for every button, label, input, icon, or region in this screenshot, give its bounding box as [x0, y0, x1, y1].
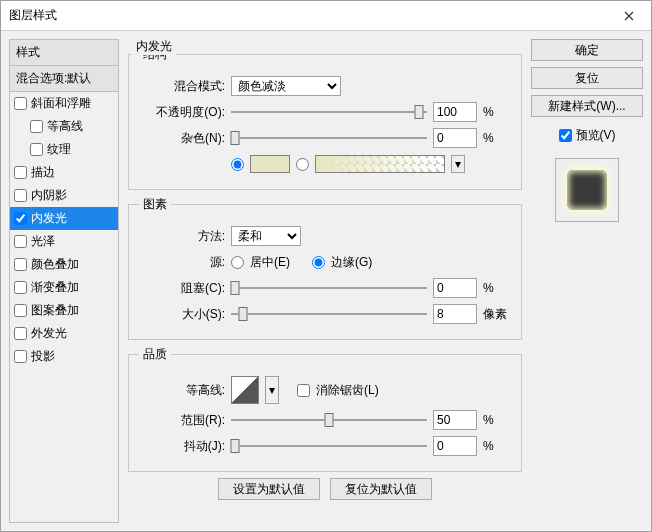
- antialias-label: 消除锯齿(L): [316, 382, 379, 399]
- sidebar-checkbox-2[interactable]: [30, 143, 43, 156]
- sidebar-item-1[interactable]: 等高线: [10, 115, 118, 138]
- contour-dropdown-icon[interactable]: ▾: [265, 376, 279, 404]
- source-label: 源:: [139, 254, 225, 271]
- choke-slider[interactable]: [231, 279, 427, 297]
- sidebar-item-5[interactable]: 内发光: [10, 207, 118, 230]
- sidebar-checkbox-9[interactable]: [14, 304, 27, 317]
- opacity-unit: %: [483, 105, 511, 119]
- solid-color-radio[interactable]: [231, 158, 244, 171]
- sidebar-item-7[interactable]: 颜色叠加: [10, 253, 118, 276]
- sidebar-item-0[interactable]: 斜面和浮雕: [10, 92, 118, 115]
- titlebar: 图层样式: [1, 1, 651, 31]
- noise-unit: %: [483, 131, 511, 145]
- sidebar-label: 内阴影: [31, 187, 67, 204]
- sidebar-item-8[interactable]: 渐变叠加: [10, 276, 118, 299]
- sidebar-label: 渐变叠加: [31, 279, 79, 296]
- sidebar-item-4[interactable]: 内阴影: [10, 184, 118, 207]
- choke-label: 阻塞(C):: [139, 280, 225, 297]
- choke-unit: %: [483, 281, 511, 295]
- opacity-input[interactable]: [433, 102, 477, 122]
- sidebar-label: 斜面和浮雕: [31, 95, 91, 112]
- sidebar-checkbox-7[interactable]: [14, 258, 27, 271]
- jitter-label: 抖动(J):: [139, 438, 225, 455]
- close-button[interactable]: [606, 1, 651, 30]
- gradient-radio[interactable]: [296, 158, 309, 171]
- ok-button[interactable]: 确定: [531, 39, 643, 61]
- antialias-checkbox[interactable]: [297, 384, 310, 397]
- quality-legend: 品质: [139, 346, 171, 363]
- new-style-button[interactable]: 新建样式(W)...: [531, 95, 643, 117]
- close-icon: [624, 11, 634, 21]
- gradient-swatch[interactable]: [315, 155, 445, 173]
- panel-title: 内发光: [132, 38, 176, 55]
- noise-label: 杂色(N):: [139, 130, 225, 147]
- elements-group: 图素 方法: 柔和 源: 居中(E) 边缘(G) 阻塞(C):: [128, 196, 522, 340]
- size-unit: 像素: [483, 306, 511, 323]
- action-panel: 确定 复位 新建样式(W)... 预览(V): [531, 39, 643, 523]
- gradient-dropdown-icon[interactable]: ▾: [451, 155, 465, 173]
- method-label: 方法:: [139, 228, 225, 245]
- range-input[interactable]: [433, 410, 477, 430]
- sidebar-item-3[interactable]: 描边: [10, 161, 118, 184]
- jitter-slider[interactable]: [231, 437, 427, 455]
- elements-legend: 图素: [139, 196, 171, 213]
- sidebar-label: 投影: [31, 348, 55, 365]
- style-list-header: 样式: [9, 39, 119, 66]
- sidebar-item-2[interactable]: 纹理: [10, 138, 118, 161]
- sidebar-label: 颜色叠加: [31, 256, 79, 273]
- revert-default-button[interactable]: 复位为默认值: [330, 478, 432, 500]
- sidebar-checkbox-3[interactable]: [14, 166, 27, 179]
- source-edge-radio[interactable]: [312, 256, 325, 269]
- cancel-button[interactable]: 复位: [531, 67, 643, 89]
- sidebar-item-10[interactable]: 外发光: [10, 322, 118, 345]
- range-slider[interactable]: [231, 411, 427, 429]
- sidebar-checkbox-10[interactable]: [14, 327, 27, 340]
- size-slider[interactable]: [231, 305, 427, 323]
- sidebar-checkbox-6[interactable]: [14, 235, 27, 248]
- contour-picker[interactable]: [231, 376, 259, 404]
- sidebar-label: 等高线: [47, 118, 83, 135]
- noise-slider[interactable]: [231, 129, 427, 147]
- sidebar-item-11[interactable]: 投影: [10, 345, 118, 368]
- noise-input[interactable]: [433, 128, 477, 148]
- blend-mode-label: 混合模式:: [139, 78, 225, 95]
- preview-sample: [567, 170, 607, 210]
- set-default-button[interactable]: 设置为默认值: [218, 478, 320, 500]
- range-label: 范围(R):: [139, 412, 225, 429]
- preview-toggle[interactable]: 预览(V): [559, 127, 616, 144]
- sidebar-label: 图案叠加: [31, 302, 79, 319]
- sidebar-checkbox-4[interactable]: [14, 189, 27, 202]
- method-select[interactable]: 柔和: [231, 226, 301, 246]
- sidebar-item-9[interactable]: 图案叠加: [10, 299, 118, 322]
- jitter-input[interactable]: [433, 436, 477, 456]
- sidebar-label: 纹理: [47, 141, 71, 158]
- choke-input[interactable]: [433, 278, 477, 298]
- preview-box: [555, 158, 619, 222]
- source-center-radio[interactable]: [231, 256, 244, 269]
- sidebar-checkbox-0[interactable]: [14, 97, 27, 110]
- range-unit: %: [483, 413, 511, 427]
- color-swatch[interactable]: [250, 155, 290, 173]
- sidebar-checkbox-11[interactable]: [14, 350, 27, 363]
- size-input[interactable]: [433, 304, 477, 324]
- blend-mode-select[interactable]: 颜色减淡: [231, 76, 341, 96]
- jitter-unit: %: [483, 439, 511, 453]
- style-list-panel: 样式 混合选项:默认 斜面和浮雕等高线纹理描边内阴影内发光光泽颜色叠加渐变叠加图…: [9, 39, 119, 523]
- source-edge-label: 边缘(G): [331, 254, 372, 271]
- size-label: 大小(S):: [139, 306, 225, 323]
- sidebar-label: 内发光: [31, 210, 67, 227]
- opacity-label: 不透明度(O):: [139, 104, 225, 121]
- preview-label: 预览(V): [576, 127, 616, 144]
- source-center-label: 居中(E): [250, 254, 290, 271]
- sidebar-item-6[interactable]: 光泽: [10, 230, 118, 253]
- dialog-title: 图层样式: [9, 7, 606, 24]
- sidebar-checkbox-1[interactable]: [30, 120, 43, 133]
- sidebar-checkbox-5[interactable]: [14, 212, 27, 225]
- quality-group: 品质 等高线: ▾ 消除锯齿(L) 范围(R): %: [128, 346, 522, 472]
- blend-options-header[interactable]: 混合选项:默认: [9, 66, 119, 92]
- preview-checkbox[interactable]: [559, 129, 572, 142]
- opacity-slider[interactable]: [231, 103, 427, 121]
- sidebar-label: 描边: [31, 164, 55, 181]
- layer-style-dialog: 图层样式 样式 混合选项:默认 斜面和浮雕等高线纹理描边内阴影内发光光泽颜色叠加…: [0, 0, 652, 532]
- sidebar-checkbox-8[interactable]: [14, 281, 27, 294]
